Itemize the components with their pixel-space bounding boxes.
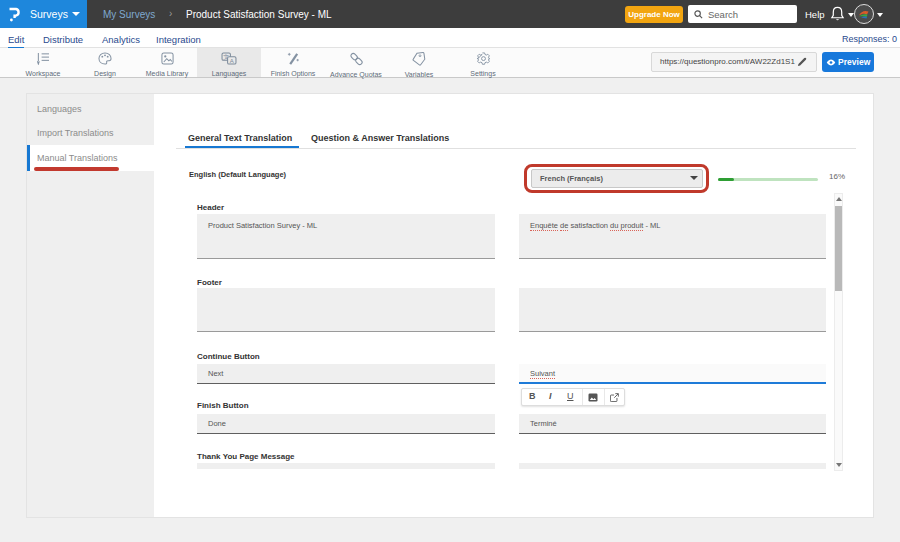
svg-text:A: A [230,58,234,64]
